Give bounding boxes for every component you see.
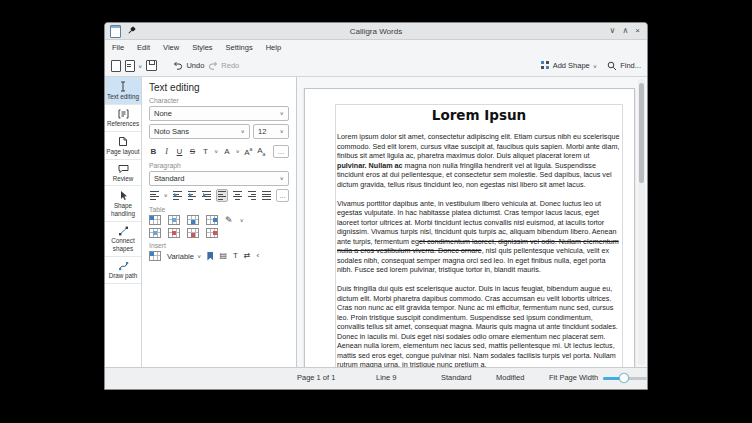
table-section-label: Table: [149, 206, 289, 213]
title-bar[interactable]: Calligra Words ∨ ∧ ×: [105, 23, 647, 40]
chevron-down-icon[interactable]: ∨: [235, 149, 239, 155]
first-line-indent-button[interactable]: [201, 190, 212, 201]
connector-icon: [118, 226, 129, 236]
insert-table-of-contents-button[interactable]: [149, 251, 161, 261]
document-page[interactable]: Lorem Ipsun Lorem ipsum dolor sit amet, …: [304, 88, 635, 367]
insert-column-button[interactable]: [187, 215, 199, 225]
page-count-status[interactable]: Page 1 of 1: [297, 373, 335, 382]
chevron-down-icon[interactable]: ∨: [240, 217, 244, 223]
line-number-status[interactable]: Line 9: [376, 373, 396, 382]
font-size-select[interactable]: 12 ∨: [253, 124, 289, 139]
document-canvas[interactable]: Lorem Ipsun Lorem ipsum dolor sit amet, …: [297, 77, 647, 367]
search-icon: [607, 61, 617, 71]
sidebar-item-connect-shapes[interactable]: Connect shapes: [105, 222, 141, 257]
menu-settings[interactable]: Settings: [226, 43, 253, 52]
minimize-button[interactable]: ∨: [610, 27, 616, 35]
sidebar-item-page-layout[interactable]: Page layout: [105, 132, 141, 160]
document-body[interactable]: Lorem ipsum dolor sit amet, consectetur …: [337, 132, 621, 367]
chevron-down-icon[interactable]: ∨: [138, 63, 142, 69]
sidebar-item-draw-path[interactable]: Draw path: [105, 257, 141, 284]
save-icon: [146, 60, 157, 71]
superscript-button[interactable]: Aa: [244, 147, 253, 157]
menu-view[interactable]: View: [163, 43, 179, 52]
text-frame[interactable]: Lorem Ipsun Lorem ipsum dolor sit amet, …: [335, 104, 623, 367]
paragraph-format-row: ∨ …: [149, 189, 289, 202]
paragraph-style-status[interactable]: Standard: [441, 373, 471, 382]
paragraph[interactable]: Duis fringilla dui quis est scelerisque …: [337, 284, 621, 367]
redo-icon: [208, 61, 218, 70]
open-document-button[interactable]: ∨: [125, 60, 142, 72]
zoom-slider[interactable]: [603, 377, 647, 380]
list-style-button[interactable]: [149, 190, 160, 201]
strikethrough-button[interactable]: S: [188, 148, 197, 156]
align-center-button[interactable]: [232, 190, 243, 201]
border-pen-icon[interactable]: ✎: [225, 216, 233, 225]
section-icon[interactable]: ▤: [219, 252, 227, 260]
chevron-down-icon[interactable]: ∨: [214, 149, 218, 155]
decrease-indent-button[interactable]: [172, 190, 183, 201]
paragraph[interactable]: Vivamus porttitor dapibus ante, in vesti…: [337, 199, 621, 275]
insert-table-button[interactable]: [149, 215, 161, 225]
split-cells-button[interactable]: [206, 215, 218, 225]
undo-label: Undo: [186, 61, 204, 70]
underline-button[interactable]: U: [175, 148, 184, 156]
sidebar-item-references[interactable]: References: [105, 105, 141, 132]
insert-row-button[interactable]: [168, 215, 180, 225]
increase-indent-button[interactable]: [187, 190, 198, 201]
add-shape-button[interactable]: Add Shape ∨: [541, 61, 598, 70]
undo-button[interactable]: Undo: [173, 61, 204, 70]
text-color-button[interactable]: T: [201, 148, 210, 156]
paragraph-style-select[interactable]: Standard ∨: [149, 171, 289, 186]
review-bubble-icon: [118, 164, 129, 174]
sidebar-item-text-editing[interactable]: Text editing: [105, 77, 141, 105]
main-area: Text editing References Page layout Revi…: [105, 77, 647, 367]
align-justify-button[interactable]: [261, 190, 272, 201]
align-right-button[interactable]: [247, 190, 258, 201]
save-button[interactable]: [146, 60, 157, 71]
bold-button[interactable]: B: [149, 148, 158, 156]
text-frame-icon[interactable]: T: [233, 252, 238, 260]
vertical-scrollbar[interactable]: [638, 79, 645, 365]
sidebar-item-shape-handling[interactable]: Shape handling: [105, 186, 141, 222]
insert-row: Variable ∨ ▤ T ⇄ ‹: [149, 251, 289, 261]
subscript-button[interactable]: Aa: [257, 147, 266, 157]
italic-button[interactable]: I: [162, 148, 171, 156]
insert-variable-select[interactable]: Variable ∨: [167, 252, 201, 261]
sidebar-item-review[interactable]: Review: [105, 160, 141, 187]
merge-cells-button[interactable]: [149, 228, 161, 238]
special-character-icon[interactable]: ‹: [257, 252, 260, 260]
document-title[interactable]: Lorem Ipsun: [337, 107, 621, 123]
align-left-button[interactable]: [216, 189, 229, 202]
scrollbar-thumb[interactable]: [639, 83, 644, 183]
more-paragraph-options-button[interactable]: …: [276, 189, 289, 202]
new-document-button[interactable]: [111, 60, 121, 72]
redo-button[interactable]: Redo: [208, 61, 239, 70]
delete-row-button[interactable]: [168, 228, 180, 238]
tool-options-panel: Text editing Character None ∨ Noto Sans …: [142, 77, 297, 367]
add-shape-label: Add Shape: [553, 61, 590, 70]
more-character-options-button[interactable]: …: [273, 145, 289, 158]
menu-styles[interactable]: Styles: [192, 43, 212, 52]
delete-table-button[interactable]: [206, 228, 218, 238]
zoom-slider-handle[interactable]: [619, 373, 629, 383]
find-button[interactable]: Find...: [607, 61, 641, 71]
bookmark-icon[interactable]: [207, 252, 213, 261]
menu-help[interactable]: Help: [266, 43, 281, 52]
chevron-down-icon[interactable]: ∨: [164, 193, 168, 199]
menu-file[interactable]: File: [112, 43, 124, 52]
character-format-row: B I U S T ∨ A ∨ Aa Aa …: [149, 145, 289, 158]
paragraph-section-label: Paragraph: [149, 162, 289, 169]
page-break-icon[interactable]: ⇄: [244, 252, 251, 260]
menu-edit[interactable]: Edit: [137, 43, 150, 52]
maximize-button[interactable]: ∧: [622, 27, 628, 35]
redo-label: Redo: [221, 61, 239, 70]
font-family-select[interactable]: Noto Sans ∨: [149, 124, 250, 139]
character-style-select[interactable]: None ∨: [149, 106, 289, 121]
cursor-arrow-icon: [118, 190, 128, 201]
highlight-color-button[interactable]: A: [222, 148, 231, 156]
close-button[interactable]: ×: [635, 27, 640, 35]
zoom-mode-status[interactable]: Fit Page Width: [549, 373, 598, 382]
paragraph[interactable]: Lorem ipsum dolor sit amet, consectetur …: [337, 132, 621, 189]
modified-status[interactable]: Modified: [496, 373, 524, 382]
delete-column-button[interactable]: [187, 228, 199, 238]
